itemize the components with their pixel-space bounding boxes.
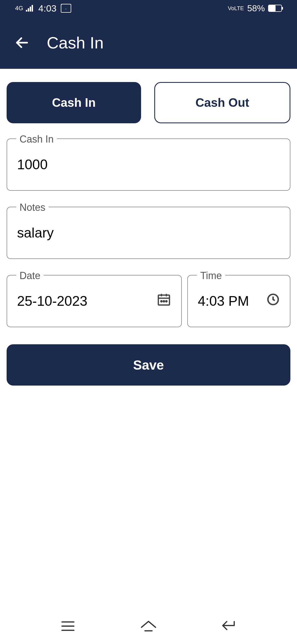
home-button[interactable] (140, 618, 157, 634)
menu-icon (61, 621, 75, 632)
notes-input[interactable] (7, 207, 290, 259)
svg-rect-3 (32, 5, 33, 12)
notes-field-container: Notes (7, 207, 290, 259)
recent-apps-button[interactable] (60, 618, 76, 634)
battery-percentage: 58% (247, 3, 265, 13)
transaction-type-toggle: Cash In Cash Out (7, 82, 290, 123)
status-right: VoLTE 58% (228, 3, 282, 13)
content-area: Cash In Cash Out Cash In Notes Date 25-1… (0, 69, 297, 608)
date-input[interactable]: 25-10-2023 (7, 275, 182, 327)
time-input[interactable]: 4:03 PM (187, 275, 290, 327)
date-field-container: Date 25-10-2023 (7, 275, 182, 327)
time-value: 4:03 PM (198, 293, 249, 309)
status-left: 4G 4:03 (15, 3, 71, 14)
svg-rect-2 (30, 7, 31, 12)
back-icon (222, 620, 237, 632)
network-indicator: 4G (15, 5, 23, 12)
save-button[interactable]: Save (7, 344, 290, 386)
svg-point-11 (166, 301, 167, 302)
svg-point-10 (163, 301, 165, 302)
app-bar: Cash In (0, 17, 297, 69)
calendar-icon (156, 292, 171, 310)
amount-field-container: Cash In (7, 138, 290, 191)
signal-icon (26, 5, 34, 12)
cash-out-toggle[interactable]: Cash Out (154, 82, 290, 123)
cash-in-toggle[interactable]: Cash In (7, 82, 141, 123)
amount-label: Cash In (16, 133, 57, 145)
mail-icon (61, 4, 71, 13)
volte-indicator: VoLTE (228, 5, 244, 12)
status-bar: 4G 4:03 VoLTE 58% (0, 0, 297, 17)
time-label: Time (197, 270, 225, 282)
arrow-left-icon (14, 35, 30, 50)
amount-input[interactable] (7, 138, 290, 191)
svg-rect-1 (28, 8, 29, 12)
battery-icon (268, 5, 282, 12)
system-nav-bar (0, 608, 297, 644)
date-time-row: Date 25-10-2023 Time 4:03 PM (7, 275, 290, 327)
svg-rect-0 (26, 10, 27, 12)
date-label: Date (16, 270, 44, 282)
status-time: 4:03 (38, 3, 56, 14)
home-icon (140, 620, 157, 632)
time-field-container: Time 4:03 PM (187, 275, 290, 327)
svg-point-9 (161, 301, 162, 302)
date-value: 25-10-2023 (17, 293, 87, 309)
back-nav-button[interactable] (221, 618, 237, 634)
back-button[interactable] (14, 34, 30, 51)
clock-icon (266, 293, 280, 310)
notes-label: Notes (16, 202, 49, 213)
page-title: Cash In (47, 33, 104, 52)
